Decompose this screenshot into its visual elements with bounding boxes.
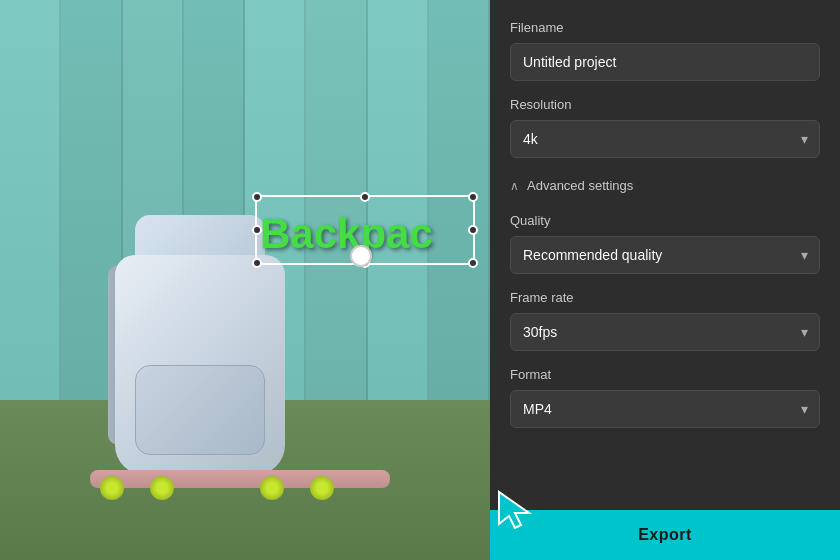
resolution-label: Resolution <box>510 97 820 112</box>
handle-bottom-left[interactable] <box>252 258 262 268</box>
wheel <box>100 476 124 500</box>
format-select-wrapper: MP4 MOV GIF WebM ▾ <box>510 390 820 428</box>
preview-background: Backpac <box>0 0 490 560</box>
format-label: Format <box>510 367 820 382</box>
advanced-settings-label: Advanced settings <box>527 178 633 193</box>
wheel <box>150 476 174 500</box>
svg-marker-0 <box>499 492 529 528</box>
framerate-select[interactable]: 24fps 25fps 30fps 60fps <box>510 313 820 351</box>
framerate-select-wrapper: 24fps 25fps 30fps 60fps ▾ <box>510 313 820 351</box>
wheel <box>260 476 284 500</box>
wheel <box>310 476 334 500</box>
quality-select-wrapper: Low quality Recommended quality High qua… <box>510 236 820 274</box>
quality-select[interactable]: Low quality Recommended quality High qua… <box>510 236 820 274</box>
filename-label: Filename <box>510 20 820 35</box>
handle-middle-left[interactable] <box>252 225 262 235</box>
board-deck <box>90 470 390 488</box>
handle-middle-right[interactable] <box>468 225 478 235</box>
export-button[interactable]: Export <box>490 510 840 560</box>
center-transform-handle[interactable] <box>350 245 372 267</box>
handle-top-right[interactable] <box>468 192 478 202</box>
handle-top-middle[interactable] <box>360 192 370 202</box>
filename-input[interactable] <box>510 43 820 81</box>
handle-top-left[interactable] <box>252 192 262 202</box>
backpack-pocket <box>135 365 265 455</box>
export-panel: Filename Resolution 720p 1080p 4k 8k ▾ ∧… <box>490 0 840 560</box>
preview-area: Backpac <box>0 0 490 560</box>
handle-bottom-right[interactable] <box>468 258 478 268</box>
format-select[interactable]: MP4 MOV GIF WebM <box>510 390 820 428</box>
chevron-up-icon: ∧ <box>510 179 519 193</box>
resolution-select-wrapper: 720p 1080p 4k 8k ▾ <box>510 120 820 158</box>
skateboard <box>80 470 400 500</box>
framerate-label: Frame rate <box>510 290 820 305</box>
resolution-select[interactable]: 720p 1080p 4k 8k <box>510 120 820 158</box>
quality-label: Quality <box>510 213 820 228</box>
advanced-settings-toggle[interactable]: ∧ Advanced settings <box>510 174 820 197</box>
